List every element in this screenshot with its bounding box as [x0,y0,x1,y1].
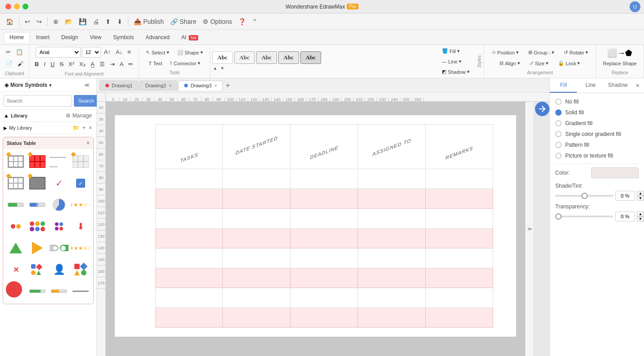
tab-symbols[interactable]: Symbols [108,32,139,42]
tab-view[interactable]: View [84,32,107,42]
symbol-dots-red-orange[interactable] [6,216,26,236]
shade-slider[interactable] [555,195,613,197]
tab-ai[interactable]: AI hot [176,32,204,42]
panel-tab-line[interactable]: Line [577,78,604,93]
tab-design[interactable]: Design [56,32,83,42]
rotate-btn[interactable]: ↺ Rotate ▾ [560,48,592,57]
right-collapse-btn[interactable]: ≫ [525,102,533,356]
redo-btn[interactable]: ↪ [34,16,44,27]
style-swatch-4[interactable]: Abc [278,51,299,64]
symbol-stars[interactable]: ★★★☆☆ [71,195,91,215]
fill-option-single-gradient[interactable]: Single color gradient fill [555,131,639,137]
panel-tab-fill[interactable]: Fill [550,78,577,93]
window-controls[interactable] [5,4,28,9]
align-btn[interactable]: ≡ [126,47,133,57]
symbol-shapes-multi[interactable] [71,260,91,279]
fill-option-picture[interactable]: Picture or texture fill [555,153,639,159]
symbol-pie-chart[interactable] [49,195,69,215]
symbol-table-dark[interactable] [27,173,47,193]
panel-close-btn[interactable]: × [631,78,644,93]
replace-shape-btn[interactable]: Replace Shape [600,59,640,68]
transparency-percent-input[interactable] [615,212,635,221]
symbol-arrow-down[interactable]: ⬇ [71,216,91,236]
align-tool-btn[interactable]: ⊟ Align ▾ [495,59,524,68]
maximize-button[interactable] [23,4,28,9]
fill-option-no-fill[interactable]: No fill [555,99,639,105]
avatar[interactable]: U [630,1,640,12]
symbol-dots-purple[interactable] [49,216,69,236]
shade-down-btn[interactable]: ▼ [637,196,644,201]
symbol-x-mark[interactable]: ✕ [6,260,26,279]
symbol-shapes-colored[interactable] [27,260,47,279]
close-button[interactable] [5,4,11,9]
search-input[interactable] [4,95,72,107]
font-increase-btn[interactable]: A↑ [102,47,113,57]
list-btn[interactable]: ☰ [98,59,107,69]
fill-option-gradient[interactable]: Gradient fill [555,120,639,126]
transparency-up-btn[interactable]: ▲ [637,212,644,216]
symbol-toggle[interactable] [49,238,69,258]
style-up-btn[interactable]: ▲ [212,65,218,72]
drawing2-close-icon[interactable]: × [169,83,172,88]
symbol-person[interactable]: 👤 [49,260,69,279]
symbol-progress-green[interactable] [6,195,26,215]
shade-percent-input[interactable] [615,191,635,201]
symbol-checkmark[interactable]: ✓ [49,173,69,193]
tab-insert[interactable]: Insert [31,32,55,42]
strikethrough-btn[interactable]: S [58,59,65,69]
connector-tool-btn[interactable]: ⌇ Connector ▾ [167,59,204,68]
paste-btn[interactable]: 📄 [4,59,14,69]
italic-btn[interactable]: I [42,59,47,69]
highlight-btn[interactable]: ✏ [127,59,135,69]
indent-btn[interactable]: ⇥ [108,59,117,69]
symbol-dashes[interactable]: — — — [49,152,69,171]
symbol-checkbox-checked[interactable]: ✓ [71,173,91,193]
symbol-table-red[interactable] [27,152,47,171]
publish-btn[interactable]: 📤 Publish [132,16,166,27]
shadow-btn[interactable]: ◩ Shadow ▾ [438,67,474,77]
copy-btn[interactable]: 📋 [14,47,25,57]
line-style-btn[interactable]: — Line ▾ [438,57,474,66]
format-painter-btn[interactable]: 🖌 [16,59,25,69]
new-btn[interactable]: ⊕ [51,16,61,27]
symbol-triangle-orange[interactable] [27,238,47,258]
shape-tool-btn[interactable]: ⬜ Shape ▾ [174,48,206,57]
manage-btn[interactable]: ⚙ Manage [65,112,93,120]
superscript-btn[interactable]: X² [67,59,76,69]
print-btn[interactable]: 🖨 [91,16,101,27]
shade-up-btn[interactable]: ▲ [637,191,644,196]
text-tool-btn[interactable]: T Text [145,59,165,68]
tab-home[interactable]: Home [4,32,30,43]
size-btn[interactable]: ⤢ Size ▾ [526,59,553,68]
my-lib-folder-btn[interactable]: 📁 [72,124,80,132]
bold-btn[interactable]: B [33,59,41,69]
canvas-scroll[interactable]: TASKS DATE STARTED DEADLINE ASSIGNED TO [106,102,525,356]
text-outline-btn[interactable]: A̲ [89,59,96,69]
symbol-table-outline[interactable] [6,152,26,171]
category-close-btn[interactable]: × [86,140,90,146]
export-btn[interactable]: ⬆ [103,16,113,27]
my-lib-add-btn[interactable]: + [82,124,86,132]
style-swatch-3[interactable]: Abc [256,51,277,64]
symbol-progress-blue[interactable] [27,195,47,215]
style-swatch-2[interactable]: Abc [234,51,255,64]
my-lib-close-btn[interactable]: × [88,124,93,132]
tab-drawing1[interactable]: Drawing1 [100,81,138,90]
add-tab-btn[interactable]: + [224,81,231,90]
transparency-down-btn[interactable]: ▼ [637,216,644,221]
font-family-select[interactable]: Arial [36,47,81,58]
open-btn[interactable]: 📂 [63,16,75,27]
panel-tab-shadow[interactable]: Shadow [604,78,631,93]
select-tool-btn[interactable]: ↖ Select ▾ [143,48,172,57]
style-swatch-1[interactable]: Abc [212,51,233,64]
undo-btn[interactable]: ↩ [23,16,32,27]
settings-btn[interactable]: ⚙ Options [200,16,234,27]
tab-drawing2[interactable]: Drawing2 × [139,81,177,90]
font-color-btn[interactable]: A [118,59,126,69]
underline-btn[interactable]: U [49,59,56,69]
symbol-table-gray[interactable] [71,152,91,171]
help-btn[interactable]: ❓ [236,16,248,27]
symbol-table-simple[interactable] [6,173,26,193]
tab-drawing3[interactable]: Drawing3 × [178,81,223,90]
search-button[interactable]: Search [74,95,99,107]
